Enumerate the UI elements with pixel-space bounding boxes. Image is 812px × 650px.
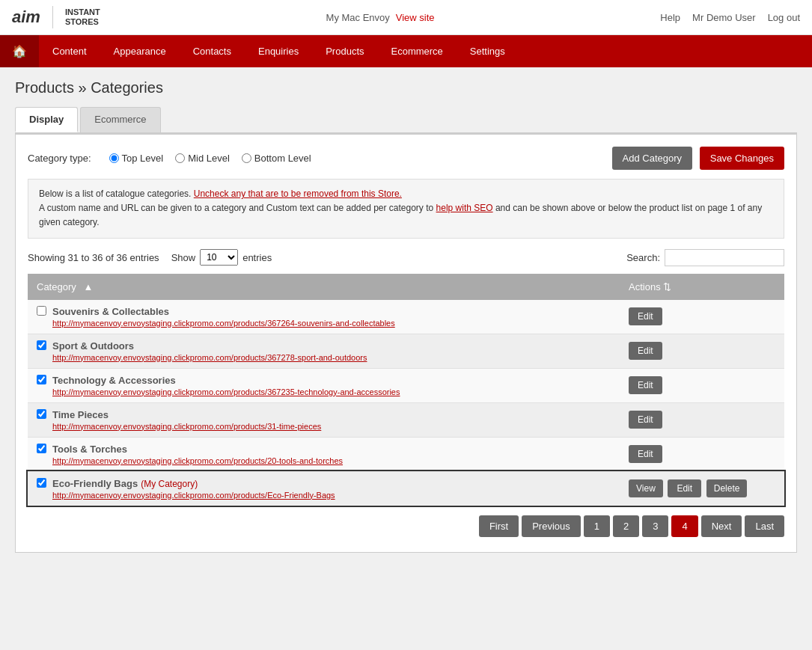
category-name: Souvenirs & Collectables — [52, 306, 395, 317]
category-url[interactable]: http://mymacenvoy.envoystaging.clickprom… — [52, 319, 395, 328]
nav-enquiries[interactable]: Enquiries — [245, 37, 312, 66]
home-button[interactable]: 🏠 — [0, 35, 39, 67]
category-name: Eco-Friendly Bags(My Category) — [52, 478, 335, 489]
btn-view[interactable]: View — [629, 479, 663, 497]
col-actions: Actions ⇅ — [620, 274, 784, 300]
logout-link[interactable]: Log out — [768, 12, 800, 23]
page-btn-1[interactable]: 1 — [584, 515, 610, 537]
table-row: Time Pieces http://mymacenvoy.envoystagi… — [28, 402, 784, 437]
actions-cell: Edit — [620, 334, 784, 368]
page-btn-first[interactable]: First — [479, 515, 519, 537]
btn-edit[interactable]: Edit — [629, 411, 662, 429]
category-row-inner: Sport & Outdoors http://mymacenvoy.envoy… — [37, 340, 611, 362]
category-type-row: Category type: Top Level Mid Level Botto… — [28, 147, 784, 170]
logo-aim: aim — [12, 7, 40, 27]
nav-appearance[interactable]: Appearance — [100, 37, 180, 66]
logo-instant: INSTANTSTORES — [65, 7, 100, 27]
nav-contacts[interactable]: Contacts — [180, 37, 245, 66]
category-info: Sport & Outdoors http://mymacenvoy.envoy… — [52, 340, 367, 362]
tab-display[interactable]: Display — [15, 107, 78, 132]
tab-bar: Display Ecommerce — [15, 107, 797, 134]
btn-delete[interactable]: Delete — [706, 479, 748, 497]
logo-divider — [52, 6, 53, 28]
category-info: Time Pieces http://mymacenvoy.envoystagi… — [52, 409, 321, 431]
entries-select[interactable]: 10 25 50 100 — [200, 249, 238, 266]
btn-edit[interactable]: Edit — [668, 479, 701, 497]
show-label: Show — [171, 252, 196, 263]
col-category[interactable]: Category ▲ — [28, 274, 620, 300]
col-actions-sort: ⇅ — [663, 281, 671, 292]
category-type-left: Category type: Top Level Mid Level Botto… — [28, 153, 311, 164]
radio-mid-level[interactable]: Mid Level — [175, 153, 230, 164]
page-btn-2[interactable]: 2 — [613, 515, 639, 537]
category-checkbox[interactable] — [37, 375, 46, 384]
save-changes-button[interactable]: Save Changes — [700, 147, 784, 170]
page-btn-4[interactable]: 4 — [671, 515, 697, 537]
category-url[interactable]: http://mymacenvoy.envoystaging.clickprom… — [52, 422, 321, 431]
radio-mid-level-input[interactable] — [175, 153, 185, 163]
user-link[interactable]: Mr Demo User — [692, 12, 756, 23]
category-cell: Technology & Accessories http://mymacenv… — [28, 368, 620, 402]
table-row: Technology & Accessories http://mymacenv… — [28, 368, 784, 402]
btn-edit[interactable]: Edit — [629, 445, 662, 463]
category-type-label: Category type: — [28, 153, 91, 164]
category-row-inner: Time Pieces http://mymacenvoy.envoystagi… — [37, 409, 611, 431]
page-btn-next[interactable]: Next — [701, 515, 742, 537]
category-row-inner: Technology & Accessories http://mymacenv… — [37, 375, 611, 396]
table-controls-left: Showing 31 to 36 of 36 entries Show 10 2… — [28, 249, 272, 266]
nav-settings[interactable]: Settings — [457, 37, 519, 66]
radio-bottom-level[interactable]: Bottom Level — [242, 153, 311, 164]
top-bar: aim INSTANTSTORES My Mac Envoy View site… — [0, 0, 812, 35]
category-name: Time Pieces — [52, 409, 321, 420]
category-info: Eco-Friendly Bags(My Category) http://my… — [52, 478, 335, 500]
info-line2: A custom name and URL can be given to a … — [39, 203, 762, 227]
category-url[interactable]: http://mymacenvoy.envoystaging.clickprom… — [52, 456, 343, 465]
info-box: Below is a list of catalogue categories.… — [28, 179, 784, 239]
page-btn-3[interactable]: 3 — [642, 515, 668, 537]
page-content: Products » Categories Display Ecommerce … — [0, 67, 812, 643]
info-link2[interactable]: help with SEO — [436, 203, 493, 213]
search-box: Search: — [626, 249, 784, 266]
search-input[interactable] — [665, 249, 784, 266]
page-btn-last[interactable]: Last — [745, 515, 784, 537]
category-url[interactable]: http://mymacenvoy.envoystaging.clickprom… — [52, 353, 367, 362]
radio-top-level-input[interactable] — [109, 153, 119, 163]
btn-edit[interactable]: Edit — [629, 376, 662, 394]
add-category-button[interactable]: Add Category — [612, 147, 693, 170]
entries-label: entries — [242, 252, 272, 263]
actions-cell: Edit — [620, 437, 784, 471]
category-checkbox[interactable] — [37, 340, 46, 350]
user-nav: Help Mr Demo User Log out — [660, 12, 800, 23]
radio-top-level[interactable]: Top Level — [109, 153, 164, 164]
view-site-link[interactable]: View site — [396, 12, 435, 23]
table-row: Eco-Friendly Bags(My Category) http://my… — [28, 471, 784, 506]
category-checkbox[interactable] — [37, 478, 46, 488]
nav-products[interactable]: Products — [312, 37, 377, 66]
sort-arrow-icon: ▲ — [83, 281, 93, 292]
site-info: My Mac Envoy View site — [326, 12, 435, 23]
page-btn-previous[interactable]: Previous — [522, 515, 581, 537]
category-url[interactable]: http://mymacenvoy.envoystaging.clickprom… — [52, 387, 400, 396]
tab-ecommerce[interactable]: Ecommerce — [80, 107, 160, 132]
btn-edit[interactable]: Edit — [629, 342, 662, 360]
category-cell: Tools & Torches http://mymacenvoy.envoys… — [28, 437, 620, 471]
help-link[interactable]: Help — [660, 12, 680, 23]
action-buttons: Add Category Save Changes — [612, 147, 784, 170]
category-url[interactable]: http://mymacenvoy.envoystaging.clickprom… — [52, 491, 335, 500]
pagination-row: FirstPrevious1234NextLast — [28, 506, 784, 540]
nav-content[interactable]: Content — [39, 37, 100, 66]
table-controls: Showing 31 to 36 of 36 entries Show 10 2… — [28, 249, 784, 266]
category-checkbox[interactable] — [37, 409, 46, 419]
main-nav: 🏠 Content Appearance Contacts Enquiries … — [0, 35, 812, 67]
table-row: Souvenirs & Collectables http://mymacenv… — [28, 300, 784, 334]
btn-edit[interactable]: Edit — [629, 307, 662, 325]
category-checkbox[interactable] — [37, 444, 46, 453]
category-checkbox[interactable] — [37, 306, 46, 316]
nav-ecommerce[interactable]: Ecommerce — [378, 37, 457, 66]
category-cell: Time Pieces http://mymacenvoy.envoystagi… — [28, 402, 620, 437]
radio-bottom-level-input[interactable] — [242, 153, 251, 163]
category-cell: Eco-Friendly Bags(My Category) http://my… — [28, 471, 620, 506]
actions-cell: View Edit Delete — [620, 471, 784, 506]
info-link1[interactable]: Uncheck any that are to be removed from … — [194, 188, 402, 199]
my-category-tag: (My Category) — [141, 479, 198, 489]
